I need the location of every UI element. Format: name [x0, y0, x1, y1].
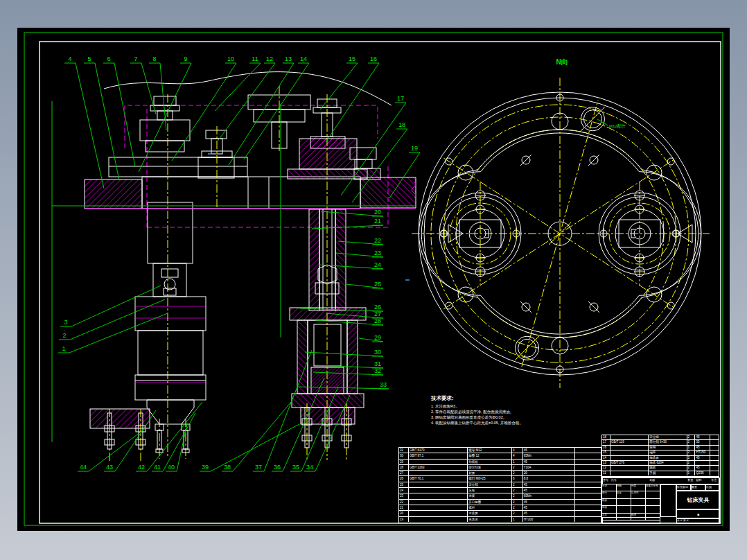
title-block-cell: 设计 — [602, 491, 617, 498]
leader-12 — [217, 63, 275, 142]
bom-cell — [710, 456, 719, 460]
bom-row: 24压板245 — [399, 487, 601, 493]
title-block-cell: 更改文件号 — [646, 484, 660, 491]
callout-19: 19 — [411, 146, 418, 152]
bom-cell: 45 — [523, 505, 575, 510]
title-block-cell: 分区 — [631, 484, 646, 491]
bom-cell: HT150 — [695, 450, 710, 455]
callout-2: 2 — [62, 333, 66, 339]
bom-cell: 25 — [399, 482, 409, 487]
bom-cell — [409, 482, 468, 487]
note-item: 4. 装配后钻模板上钻套中心距允差±0.05, 并检验合格。 — [431, 420, 590, 426]
bom-cell — [409, 460, 468, 464]
bom-cell: 45 — [695, 446, 710, 450]
bom-cell — [575, 471, 601, 475]
callout-39: 39 — [202, 464, 209, 471]
technical-notes: 技术要求: 1. 未注圆角R3。2. 零件在装配前必须清洗干净, 配合面涂润滑油… — [431, 395, 590, 426]
stamp-cell: ■ — [676, 509, 720, 518]
bom-cell: 1 — [512, 517, 523, 522]
stage-label: 阶段标记 — [676, 484, 691, 491]
bom-row: 12隔套245 — [602, 465, 719, 470]
callout-1: 1 — [62, 346, 65, 352]
bom-cell: 20 — [399, 511, 409, 516]
callout-5: 5 — [87, 56, 91, 62]
bom-cell: 13 — [602, 461, 610, 465]
bom-cell: GB/T 97.1 — [409, 453, 468, 458]
bom-cell: 1 — [512, 460, 523, 464]
bom-cell — [575, 482, 601, 487]
leader-6 — [103, 63, 135, 166]
callout-24: 24 — [374, 262, 381, 268]
bom-row: 31GB/T 6170螺母 M12445 — [399, 448, 601, 453]
bom-row: 22开口垫圈245 — [399, 499, 601, 505]
title-block-cell: 标记 — [602, 484, 617, 491]
bom-cell: 转轴 — [649, 446, 687, 450]
callout-32: 32 — [374, 368, 381, 374]
bushing-note-label: M12配作 — [609, 123, 626, 130]
bom-cell — [575, 511, 601, 516]
bom-cell: 45 — [695, 466, 710, 470]
bom-cell: 45 — [695, 456, 710, 460]
leader-1 — [58, 313, 168, 353]
leader-30 — [305, 352, 383, 356]
bom-cell: 1 — [687, 471, 696, 475]
bom-cell: 2 — [687, 440, 696, 444]
bom-cell — [575, 493, 601, 498]
drawing-title: 钻床夹具 — [676, 491, 720, 509]
leader-13 — [229, 63, 294, 165]
callout-29: 29 — [374, 335, 381, 341]
bottom-cell — [602, 517, 660, 524]
bom-cell: 2 — [687, 435, 696, 439]
bom-row: 25定位销245 — [399, 482, 601, 487]
callout-7: 7 — [134, 56, 137, 62]
bom-cell: 20 — [523, 471, 575, 475]
callout-43: 43 — [106, 464, 113, 471]
bom-cell: 12 — [602, 466, 610, 470]
bom-cell — [409, 493, 468, 498]
bom-cell: T10A — [523, 465, 575, 470]
callout-27: 27 — [374, 311, 381, 317]
bom-cell — [409, 471, 468, 475]
bom-row: 28GB/T 2263固定钻套2T10A — [399, 464, 601, 470]
bom-row: 16转轴145 — [602, 445, 719, 450]
bom-cell — [710, 461, 719, 465]
callout-9: 9 — [184, 56, 187, 62]
callout-11: 11 — [252, 56, 258, 62]
bom-row: 18定位键245 — [602, 435, 719, 439]
bom-cell: 16 — [602, 446, 610, 450]
callout-44: 44 — [80, 464, 87, 471]
bom-cell: 4 — [512, 448, 523, 453]
bom-cell: 17 — [602, 440, 610, 444]
bom-cell: 26 — [399, 476, 409, 481]
bom-cell — [575, 448, 601, 453]
bom-cell: 4 — [512, 453, 523, 458]
bom-header: 序号 代号 名称 数量 材料 备注 — [602, 478, 720, 484]
view-direction-label: N向 — [556, 58, 568, 67]
bom-row: 21螺杆245 — [399, 505, 601, 510]
title-block-cell: 签名 — [617, 491, 631, 498]
bom-row: 23弹簧265Mn — [399, 493, 601, 498]
bom-cell: Q235 — [695, 471, 710, 475]
callout-40: 40 — [168, 464, 175, 471]
bom-cell: 21 — [399, 505, 409, 510]
bom-cell: 2 — [512, 488, 523, 493]
note-item: 2. 零件在装配前必须清洗干净, 配合面涂润滑油。 — [431, 409, 590, 414]
title-block-cell: 校核 — [602, 499, 617, 505]
bom-cell — [575, 517, 601, 522]
bom-cell: 隔套 — [649, 466, 687, 470]
callout-33: 33 — [380, 382, 387, 388]
bom-row: 29钻模板145 — [399, 459, 601, 464]
sheet-cell: 共 张 第 张 — [676, 518, 720, 524]
note-item: 1. 未注圆角R3。 — [431, 403, 590, 409]
bom-cell: 2 — [687, 456, 696, 460]
callout-23: 23 — [374, 250, 381, 256]
bom-cell — [710, 446, 719, 450]
bom-row: 30GB/T 97.1垫圈 12465Mn — [399, 453, 601, 458]
bom-cell: 垫圈 12 — [468, 453, 512, 458]
callout-31: 31 — [374, 361, 381, 367]
bom-cell: 27 — [399, 471, 409, 475]
title-block-cell: 处数 — [617, 484, 631, 491]
bom-row: 11手柄1Q235 — [602, 471, 719, 475]
bom-cell — [610, 471, 649, 475]
title-block-row: 校核 — [602, 499, 660, 506]
